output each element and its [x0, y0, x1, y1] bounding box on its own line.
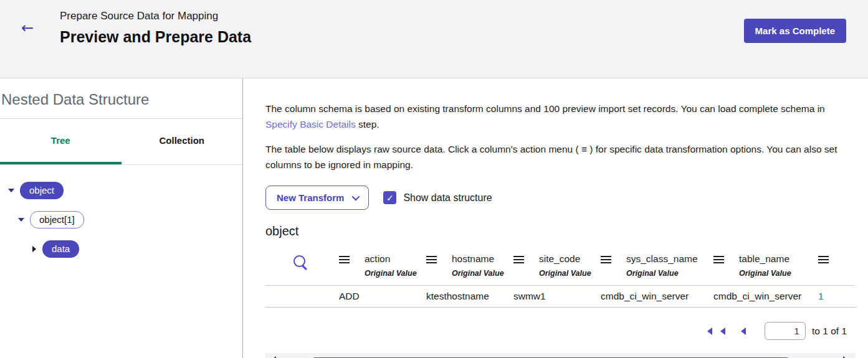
- section-title-object: object: [265, 224, 856, 238]
- table-note: The table below displays raw source data…: [265, 141, 842, 172]
- cell-overflow-value: 1: [818, 291, 856, 302]
- tree-node-object: object: [0, 182, 242, 199]
- page-title: Preview and Prepare Data: [60, 28, 251, 46]
- tab-tree[interactable]: Tree: [0, 119, 122, 164]
- column-name: action: [365, 253, 417, 265]
- column-header-overflow: [818, 253, 856, 263]
- show-data-structure-group: ✓ Show data structure: [383, 191, 492, 204]
- original-value-label: Original Value: [626, 269, 698, 278]
- tree-node-data: data: [0, 240, 242, 258]
- tab-collection[interactable]: Collection: [122, 119, 243, 164]
- controls-row: New Transform ✓ Show data structure: [265, 186, 856, 210]
- sidebar-tabs: Tree Collection: [0, 119, 242, 165]
- column-menu-icon[interactable]: [513, 256, 524, 263]
- show-data-structure-label: Show data structure: [403, 192, 492, 204]
- data-preview-table: action Original Value hostname Original …: [265, 247, 856, 308]
- search-column-header: [265, 253, 339, 268]
- original-value-label: Original Value: [739, 269, 791, 278]
- breadcrumb: Prepare Source Data for Mapping: [60, 10, 251, 22]
- back-button[interactable]: ←: [21, 21, 34, 35]
- chevron-down-icon[interactable]: [18, 216, 26, 224]
- column-header-action: action Original Value: [339, 253, 426, 278]
- cell-hostname: ktesthostname: [426, 291, 513, 302]
- page-input[interactable]: [765, 322, 806, 340]
- tree-node-label-data[interactable]: data: [42, 240, 79, 258]
- page-range-label: to 1 of 1: [812, 326, 847, 337]
- new-transform-button[interactable]: New Transform: [265, 186, 369, 210]
- app-window: ← Prepare Source Data for Mapping Previe…: [0, 0, 868, 358]
- cell-sys-class-name: cmdb_ci_win_server: [601, 291, 713, 302]
- column-menu-icon[interactable]: [426, 256, 437, 263]
- page-back-button[interactable]: [718, 327, 727, 336]
- original-value-label: Original Value: [539, 269, 591, 278]
- column-name: site_code: [539, 253, 591, 265]
- table-row: ADD ktesthostname swmw1 cmdb_ci_win_serv…: [265, 286, 856, 308]
- specify-basic-details-link[interactable]: Specify Basic Details: [265, 119, 356, 130]
- column-header-hostname: hostname Original Value: [426, 253, 513, 278]
- page-first-button[interactable]: [705, 327, 713, 336]
- tree-node-label-object[interactable]: object: [20, 182, 64, 199]
- data-structure-tree: object object[1] data: [0, 165, 242, 258]
- main-content: The column schema is based on existing t…: [243, 78, 868, 358]
- column-name: hostname: [452, 253, 504, 265]
- column-menu-icon[interactable]: [339, 256, 350, 263]
- column-header-table-name: table_name Original Value: [713, 253, 818, 278]
- column-name: sys_class_name: [626, 253, 698, 265]
- pagination: to 1 of 1: [265, 322, 856, 340]
- new-transform-label: New Transform: [277, 192, 344, 203]
- table-header-row: action Original Value hostname Original …: [265, 247, 856, 286]
- show-data-structure-checkbox[interactable]: ✓: [383, 191, 396, 204]
- column-name: table_name: [739, 253, 791, 265]
- chevron-right-icon[interactable]: [31, 245, 38, 253]
- column-menu-icon[interactable]: [818, 256, 829, 263]
- cell-site-code: swmw1: [513, 291, 601, 302]
- schema-note-text-before: The column schema is based on existing t…: [265, 103, 825, 114]
- search-icon[interactable]: [293, 255, 306, 268]
- schema-note: The column schema is based on existing t…: [265, 101, 842, 132]
- original-value-label: Original Value: [452, 269, 504, 278]
- checkmark-icon: ✓: [386, 193, 394, 203]
- tree-node-object-1: object[1]: [0, 211, 242, 228]
- page-prev-button[interactable]: [738, 327, 747, 336]
- column-menu-icon[interactable]: [601, 256, 611, 263]
- mark-as-complete-button[interactable]: Mark as Complete: [744, 19, 846, 43]
- page-header: ← Prepare Source Data for Mapping Previe…: [0, 0, 868, 78]
- column-header-site-code: site_code Original Value: [513, 253, 601, 278]
- chevron-down-icon: [352, 193, 360, 201]
- horizontal-scrollbar[interactable]: [265, 353, 856, 358]
- original-value-label: Original Value: [365, 269, 417, 278]
- header-titles: Prepare Source Data for Mapping Preview …: [60, 10, 251, 46]
- tree-node-label-object-1[interactable]: object[1]: [30, 211, 84, 228]
- back-arrow-icon: ←: [21, 19, 34, 37]
- chevron-down-icon[interactable]: [8, 187, 16, 194]
- cell-action: ADD: [339, 291, 426, 302]
- sidebar-title: Nested Data Structure: [0, 78, 242, 119]
- cell-table-name: cmdb_ci_win_server: [713, 291, 818, 302]
- page-body: Nested Data Structure Tree Collection ob…: [0, 78, 868, 358]
- column-menu-icon[interactable]: [713, 256, 724, 263]
- nested-data-sidebar: Nested Data Structure Tree Collection ob…: [0, 78, 243, 358]
- column-header-sys-class-name: sys_class_name Original Value: [601, 253, 713, 278]
- schema-note-text-after: step.: [356, 119, 379, 130]
